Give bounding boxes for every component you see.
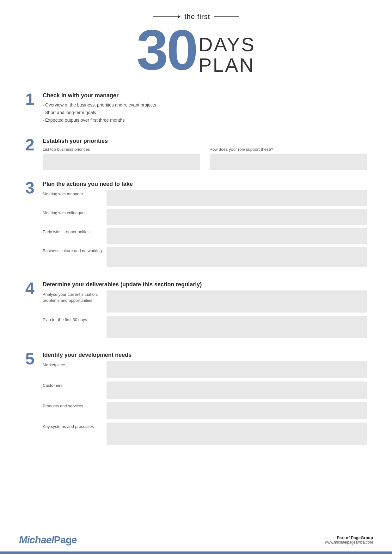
deliverable-input-2[interactable] — [107, 316, 367, 338]
website-label: www.michaelpageafrica.com — [325, 540, 373, 545]
section-5-title: Identify your development needs — [43, 350, 367, 358]
action-input-2[interactable] — [107, 209, 367, 225]
days-label: DAYS — [199, 34, 255, 55]
section-5-content: Identify your development needs Marketpl… — [43, 350, 367, 448]
dev-label-1: Marketplace — [43, 361, 103, 378]
dev-label-2: Customers — [43, 381, 103, 399]
priorities-two-col: List top business priorities How does yo… — [43, 147, 367, 170]
deliverable-label-1: Analyse your current situation, problems… — [43, 290, 103, 313]
action-input-1[interactable] — [107, 190, 367, 206]
action-input-4[interactable] — [107, 247, 367, 267]
action-label-1: Meeting with manager — [43, 190, 103, 206]
dev-row-2: Customers — [43, 381, 367, 399]
page-footer: MichaelPage Part of PageGroup www.michae… — [0, 528, 392, 554]
plan-label: PLAN — [199, 55, 255, 75]
action-label-3: Early wins – opportunities — [43, 228, 103, 244]
dev-row-1: Marketplace — [43, 361, 367, 378]
footer-bar — [0, 551, 392, 554]
deliverable-label-2: Plan for the first 30 days — [43, 316, 103, 338]
section-1-number: 1 — [25, 91, 43, 127]
deliverable-row-2: Plan for the first 30 days — [43, 316, 367, 338]
dev-label-3: Products and services — [43, 402, 103, 419]
section-1-bullets: Overview of the business, priorities and… — [43, 101, 367, 124]
number-30: 30 — [137, 21, 197, 78]
section-2-number: 2 — [25, 137, 43, 170]
dev-input-3[interactable] — [107, 402, 367, 419]
action-row-3: Early wins – opportunities — [43, 228, 367, 244]
section-5-number: 5 — [25, 350, 43, 448]
big-number-row: 30 DAYS PLAN — [0, 21, 392, 78]
priorities-input-2[interactable] — [210, 154, 367, 170]
page-header: the first 30 DAYS PLAN — [0, 0, 392, 88]
section-3-number: 3 — [25, 180, 43, 271]
priorities-col-2: How does your role support these? — [210, 147, 367, 170]
action-label-2: Meeting with colleagues — [43, 209, 103, 225]
dev-row-3: Products and services — [43, 402, 367, 419]
michael-page-logo: MichaelPage — [19, 534, 77, 546]
section-4: 4 Determine your deliverables (update th… — [25, 280, 367, 341]
section-3-title: Plan the actions you need to take — [43, 180, 367, 187]
section-2: 2 Establish your priorities List top bus… — [25, 137, 367, 170]
dev-input-2[interactable] — [107, 381, 367, 399]
section-3: 3 Plan the actions you need to take Meet… — [25, 180, 367, 271]
priorities-input-1[interactable] — [43, 154, 200, 170]
footer-right: Part of PageGroup www.michaelpageafrica.… — [325, 535, 373, 545]
priorities-col2-label: How does your role support these? — [210, 147, 367, 152]
dev-input-1[interactable] — [107, 361, 367, 378]
line-decoration-right — [214, 16, 239, 17]
footer-content: MichaelPage Part of PageGroup www.michae… — [0, 528, 392, 551]
action-table: Meeting with manager Meeting with collea… — [43, 190, 367, 267]
dev-label-4: Key systems and processes — [43, 423, 103, 445]
action-label-4: Business culture and networking — [43, 247, 103, 267]
action-input-3[interactable] — [107, 228, 367, 244]
action-row-1: Meeting with manager — [43, 190, 367, 206]
part-of-label: Part of PageGroup — [325, 535, 373, 540]
section-1-title: Check in with your manager — [43, 91, 367, 99]
priorities-col-1: List top business priorities — [43, 147, 200, 170]
dev-input-4[interactable] — [107, 423, 367, 445]
deliverable-input-1[interactable] — [107, 290, 367, 313]
section-1-content: Check in with your manager Overview of t… — [43, 91, 367, 127]
deliverable-row-1: Analyse your current situation, problems… — [43, 290, 367, 313]
logo-michael: Michael — [19, 534, 54, 545]
section-2-title: Establish your priorities — [43, 137, 367, 144]
priorities-col1-label: List top business priorities — [43, 147, 200, 152]
logo-page: Page — [54, 534, 77, 545]
action-row-4: Business culture and networking — [43, 247, 367, 267]
section-1: 1 Check in with your manager Overview of… — [25, 91, 367, 127]
action-row-2: Meeting with colleagues — [43, 209, 367, 225]
bullet-1: Overview of the business, priorities and… — [43, 101, 367, 109]
dev-row-4: Key systems and processes — [43, 423, 367, 445]
section-4-content: Determine your deliverables (update this… — [43, 280, 367, 341]
section-4-title: Determine your deliverables (update this… — [43, 280, 367, 288]
section-5: 5 Identify your development needs Market… — [25, 350, 367, 448]
section-4-number: 4 — [25, 280, 43, 341]
section-3-content: Plan the actions you need to take Meetin… — [43, 180, 367, 271]
bullet-2: Short and long-term goals — [43, 109, 367, 117]
section-2-content: Establish your priorities List top busin… — [43, 137, 367, 170]
main-content: 1 Check in with your manager Overview of… — [0, 88, 392, 479]
days-plan-text: DAYS PLAN — [197, 34, 255, 78]
bullet-3: Expected outputs over first three months — [43, 117, 367, 124]
